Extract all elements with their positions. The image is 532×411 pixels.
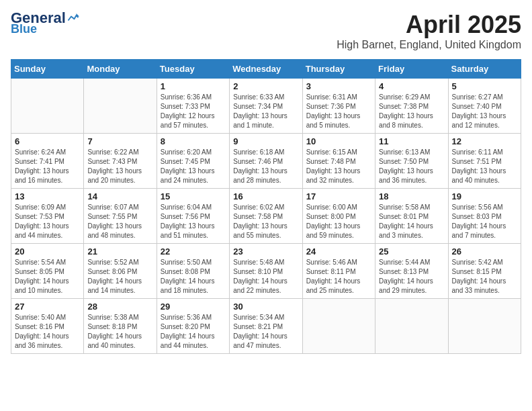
day-number: 16 bbox=[233, 191, 298, 201]
day-info: Sunrise: 5:54 AM Sunset: 8:05 PM Dayligh… bbox=[15, 258, 80, 295]
day-number: 17 bbox=[306, 191, 371, 201]
calendar-cell: 15Sunrise: 6:04 AM Sunset: 7:56 PM Dayli… bbox=[157, 189, 229, 244]
calendar-cell: 25Sunrise: 5:44 AM Sunset: 8:13 PM Dayli… bbox=[375, 244, 448, 299]
day-number: 30 bbox=[233, 302, 298, 312]
day-info: Sunrise: 6:07 AM Sunset: 7:55 PM Dayligh… bbox=[87, 203, 152, 240]
day-number: 24 bbox=[306, 246, 371, 257]
calendar-cell: 12Sunrise: 6:11 AM Sunset: 7:51 PM Dayli… bbox=[448, 134, 521, 189]
day-number: 22 bbox=[161, 246, 226, 257]
calendar-cell: 6Sunrise: 6:24 AM Sunset: 7:41 PM Daylig… bbox=[11, 134, 84, 189]
day-info: Sunrise: 5:58 AM Sunset: 8:01 PM Dayligh… bbox=[379, 203, 444, 240]
day-header-wednesday: Wednesday bbox=[230, 60, 302, 79]
calendar-cell: 2Sunrise: 6:33 AM Sunset: 7:34 PM Daylig… bbox=[230, 79, 302, 134]
day-info: Sunrise: 5:34 AM Sunset: 8:21 PM Dayligh… bbox=[233, 313, 298, 351]
calendar-cell: 23Sunrise: 5:48 AM Sunset: 8:10 PM Dayli… bbox=[230, 244, 302, 299]
day-number: 8 bbox=[161, 136, 226, 146]
calendar-cell: 18Sunrise: 5:58 AM Sunset: 8:01 PM Dayli… bbox=[375, 189, 448, 244]
day-info: Sunrise: 5:42 AM Sunset: 8:15 PM Dayligh… bbox=[452, 258, 517, 295]
calendar-cell: 30Sunrise: 5:34 AM Sunset: 8:21 PM Dayli… bbox=[230, 299, 302, 354]
day-number: 1 bbox=[161, 81, 226, 91]
day-info: Sunrise: 5:52 AM Sunset: 8:06 PM Dayligh… bbox=[87, 258, 152, 295]
day-info: Sunrise: 6:00 AM Sunset: 8:00 PM Dayligh… bbox=[306, 203, 371, 240]
day-number: 19 bbox=[452, 191, 517, 201]
day-info: Sunrise: 5:40 AM Sunset: 8:16 PM Dayligh… bbox=[15, 313, 80, 351]
calendar-table: SundayMondayTuesdayWednesdayThursdayFrid… bbox=[11, 59, 521, 354]
day-info: Sunrise: 6:15 AM Sunset: 7:48 PM Dayligh… bbox=[306, 148, 371, 185]
calendar-cell: 13Sunrise: 6:09 AM Sunset: 7:53 PM Dayli… bbox=[11, 189, 84, 244]
day-info: Sunrise: 6:29 AM Sunset: 7:38 PM Dayligh… bbox=[379, 93, 444, 130]
day-number: 25 bbox=[379, 246, 444, 257]
day-header-monday: Monday bbox=[84, 60, 157, 79]
day-info: Sunrise: 5:38 AM Sunset: 8:18 PM Dayligh… bbox=[87, 313, 152, 351]
logo-icon bbox=[67, 11, 79, 24]
day-number: 26 bbox=[452, 246, 517, 257]
calendar-header-row: SundayMondayTuesdayWednesdayThursdayFrid… bbox=[11, 60, 521, 79]
day-info: Sunrise: 6:31 AM Sunset: 7:36 PM Dayligh… bbox=[306, 93, 371, 130]
calendar-cell: 16Sunrise: 6:02 AM Sunset: 7:58 PM Dayli… bbox=[230, 189, 302, 244]
day-number: 6 bbox=[15, 136, 80, 146]
day-number: 27 bbox=[15, 302, 80, 312]
calendar-cell: 27Sunrise: 5:40 AM Sunset: 8:16 PM Dayli… bbox=[11, 299, 84, 354]
day-info: Sunrise: 5:46 AM Sunset: 8:11 PM Dayligh… bbox=[306, 258, 371, 295]
day-number: 2 bbox=[233, 81, 298, 91]
day-info: Sunrise: 6:36 AM Sunset: 7:33 PM Dayligh… bbox=[161, 93, 226, 130]
day-number: 23 bbox=[233, 246, 298, 257]
calendar-week-row: 1Sunrise: 6:36 AM Sunset: 7:33 PM Daylig… bbox=[11, 79, 521, 134]
day-info: Sunrise: 5:36 AM Sunset: 8:20 PM Dayligh… bbox=[161, 313, 226, 351]
day-info: Sunrise: 5:44 AM Sunset: 8:13 PM Dayligh… bbox=[379, 258, 444, 295]
day-info: Sunrise: 6:20 AM Sunset: 7:45 PM Dayligh… bbox=[161, 148, 226, 185]
logo: General Blue bbox=[11, 11, 79, 35]
calendar-cell bbox=[448, 299, 521, 354]
day-number: 3 bbox=[306, 81, 371, 91]
calendar-week-row: 27Sunrise: 5:40 AM Sunset: 8:16 PM Dayli… bbox=[11, 299, 521, 354]
day-number: 4 bbox=[379, 81, 444, 91]
calendar-cell: 9Sunrise: 6:18 AM Sunset: 7:46 PM Daylig… bbox=[230, 134, 302, 189]
day-number: 15 bbox=[161, 191, 226, 201]
day-info: Sunrise: 5:56 AM Sunset: 8:03 PM Dayligh… bbox=[452, 203, 517, 240]
calendar-cell bbox=[375, 299, 448, 354]
calendar-cell: 21Sunrise: 5:52 AM Sunset: 8:06 PM Dayli… bbox=[84, 244, 157, 299]
day-header-tuesday: Tuesday bbox=[157, 60, 229, 79]
calendar-cell: 1Sunrise: 6:36 AM Sunset: 7:33 PM Daylig… bbox=[157, 79, 229, 134]
calendar-week-row: 13Sunrise: 6:09 AM Sunset: 7:53 PM Dayli… bbox=[11, 189, 521, 244]
day-number: 10 bbox=[306, 136, 371, 146]
location-title: High Barnet, England, United Kingdom bbox=[337, 39, 521, 51]
day-number: 18 bbox=[379, 191, 444, 201]
calendar-cell bbox=[11, 79, 84, 134]
calendar-cell: 17Sunrise: 6:00 AM Sunset: 8:00 PM Dayli… bbox=[302, 189, 375, 244]
day-header-sunday: Sunday bbox=[11, 60, 84, 79]
day-info: Sunrise: 6:33 AM Sunset: 7:34 PM Dayligh… bbox=[233, 93, 298, 130]
calendar-cell: 22Sunrise: 5:50 AM Sunset: 8:08 PM Dayli… bbox=[157, 244, 229, 299]
calendar-cell: 14Sunrise: 6:07 AM Sunset: 7:55 PM Dayli… bbox=[84, 189, 157, 244]
calendar-cell bbox=[84, 79, 157, 134]
day-info: Sunrise: 6:09 AM Sunset: 7:53 PM Dayligh… bbox=[15, 203, 80, 240]
calendar-cell: 24Sunrise: 5:46 AM Sunset: 8:11 PM Dayli… bbox=[302, 244, 375, 299]
day-number: 9 bbox=[233, 136, 298, 146]
day-info: Sunrise: 6:18 AM Sunset: 7:46 PM Dayligh… bbox=[233, 148, 298, 185]
day-info: Sunrise: 6:27 AM Sunset: 7:40 PM Dayligh… bbox=[452, 93, 517, 130]
calendar-cell: 8Sunrise: 6:20 AM Sunset: 7:45 PM Daylig… bbox=[157, 134, 229, 189]
calendar-cell bbox=[302, 299, 375, 354]
title-area: April 2025 High Barnet, England, United … bbox=[337, 11, 521, 51]
day-info: Sunrise: 6:22 AM Sunset: 7:43 PM Dayligh… bbox=[87, 148, 152, 185]
day-info: Sunrise: 6:02 AM Sunset: 7:58 PM Dayligh… bbox=[233, 203, 298, 240]
day-info: Sunrise: 6:13 AM Sunset: 7:50 PM Dayligh… bbox=[379, 148, 444, 185]
day-number: 5 bbox=[452, 81, 517, 91]
day-header-thursday: Thursday bbox=[302, 60, 375, 79]
svg-marker-0 bbox=[76, 13, 79, 17]
day-number: 21 bbox=[87, 246, 152, 257]
day-info: Sunrise: 6:24 AM Sunset: 7:41 PM Dayligh… bbox=[15, 148, 80, 185]
calendar-cell: 29Sunrise: 5:36 AM Sunset: 8:20 PM Dayli… bbox=[157, 299, 229, 354]
calendar-cell: 5Sunrise: 6:27 AM Sunset: 7:40 PM Daylig… bbox=[448, 79, 521, 134]
day-number: 14 bbox=[87, 191, 152, 201]
day-number: 28 bbox=[87, 302, 152, 312]
calendar-cell: 26Sunrise: 5:42 AM Sunset: 8:15 PM Dayli… bbox=[448, 244, 521, 299]
calendar-week-row: 20Sunrise: 5:54 AM Sunset: 8:05 PM Dayli… bbox=[11, 244, 521, 299]
calendar-cell: 20Sunrise: 5:54 AM Sunset: 8:05 PM Dayli… bbox=[11, 244, 84, 299]
day-number: 13 bbox=[15, 191, 80, 201]
day-number: 29 bbox=[161, 302, 226, 312]
calendar-cell: 10Sunrise: 6:15 AM Sunset: 7:48 PM Dayli… bbox=[302, 134, 375, 189]
day-info: Sunrise: 5:48 AM Sunset: 8:10 PM Dayligh… bbox=[233, 258, 298, 295]
day-number: 20 bbox=[15, 246, 80, 257]
page-header: General Blue April 2025 High Barnet, Eng… bbox=[11, 11, 521, 51]
